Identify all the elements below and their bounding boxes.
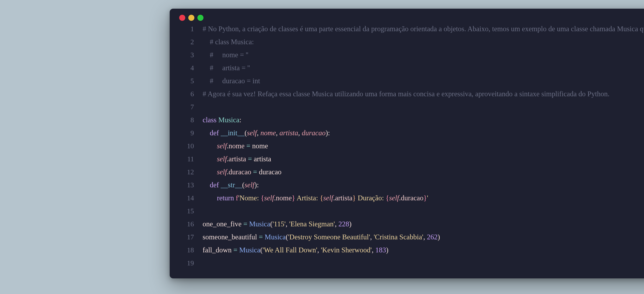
comma: ,: [317, 246, 321, 254]
comma: ,: [257, 129, 260, 137]
indent: [202, 142, 217, 150]
param-self: self: [247, 129, 257, 137]
line-number: 7: [179, 103, 202, 111]
brace-open: {: [320, 194, 323, 202]
maximize-icon[interactable]: [198, 15, 204, 21]
string-quote: ': [427, 194, 428, 202]
code-line: 16 one_one_five = Musica('115', 'Elena S…: [179, 220, 644, 233]
code-line: 9 def __init__(self, nome, artista, dura…: [179, 129, 644, 142]
comma: ,: [424, 233, 427, 241]
brace-close: }: [352, 194, 356, 202]
ident-nome: nome: [252, 142, 268, 150]
number-literal: 228: [338, 220, 349, 228]
lparen: (: [260, 246, 263, 254]
string-literal: '115': [272, 220, 286, 228]
close-icon[interactable]: [179, 15, 185, 21]
comma: ,: [335, 220, 338, 228]
window-titlebar: [179, 15, 644, 21]
colon: :: [240, 116, 242, 124]
code-line: 5 # duracao = int: [179, 77, 644, 90]
indent: [202, 129, 210, 137]
param-self: self: [244, 181, 254, 189]
equals: =: [244, 142, 252, 150]
line-number: 6: [179, 90, 202, 98]
lparen: (: [244, 129, 247, 137]
dot: .: [274, 194, 276, 202]
line-number: 8: [179, 116, 202, 124]
code-line: 6 # Agora é sua vez! Refaça essa classe …: [179, 90, 644, 103]
class-name: Musica: [218, 116, 239, 124]
code-line: 3 # nome = '': [179, 51, 644, 64]
indent: [202, 181, 210, 189]
equals: =: [246, 155, 254, 163]
self: self: [217, 142, 227, 150]
var-one-one-five: one_one_five: [202, 220, 242, 228]
dot: .: [227, 168, 228, 176]
code-line: 11 self.artista = artista: [179, 155, 644, 168]
code-line: 17 someone_beautiful = Musica('Destroy S…: [179, 233, 644, 246]
fn-musica: Musica: [264, 233, 286, 241]
rparen: ): [349, 220, 352, 228]
string-literal: 'Elena Siegman': [289, 220, 335, 228]
attr-nome: nome: [276, 194, 292, 202]
line-number: 17: [179, 233, 202, 241]
code-line: 19: [179, 259, 644, 272]
code-line: 13 def __str__(self):: [179, 181, 644, 194]
self: self: [323, 194, 333, 202]
self: self: [389, 194, 399, 202]
rparen: ): [254, 181, 257, 189]
param-artista: artista: [280, 129, 298, 137]
dot: .: [227, 155, 228, 163]
line-number: 12: [179, 168, 202, 176]
number-literal: 183: [375, 246, 386, 254]
string-seg: Nome:: [240, 194, 261, 202]
line-number: 4: [179, 64, 202, 72]
attr-duracao: duracao: [401, 194, 424, 202]
self: self: [264, 194, 274, 202]
f-prefix: f: [234, 194, 238, 202]
attr-duracao: duracao: [228, 168, 251, 176]
string-literal: 'Cristina Scabbia': [374, 233, 423, 241]
fn-musica: Musica: [249, 220, 270, 228]
var-fall-down: fall_down: [202, 246, 232, 254]
code-editor[interactable]: 1 # No Python, a criação de classes é um…: [179, 25, 644, 272]
attr-artista: artista: [335, 194, 352, 202]
minimize-icon[interactable]: [188, 15, 194, 21]
attr-artista: artista: [228, 155, 246, 163]
colon: :: [257, 181, 259, 189]
ident-duracao: duracao: [259, 168, 282, 176]
line-number: 14: [179, 194, 202, 202]
indent: [202, 168, 217, 176]
self: self: [217, 168, 227, 176]
var-someone-beautiful: someone_beautiful: [202, 233, 257, 241]
code-line: 18 fall_down = Musica('We All Fall Down'…: [179, 246, 644, 259]
comment: # artista = '': [202, 64, 250, 72]
string-literal: 'Kevin Sherwood': [321, 246, 372, 254]
comment: # class Musica:: [202, 38, 254, 46]
indent: [202, 194, 217, 202]
string-seg: Duração:: [356, 194, 386, 202]
brace-close: }: [424, 194, 427, 202]
line-number: 9: [179, 129, 202, 137]
line-number: 11: [179, 155, 202, 163]
self: self: [217, 155, 227, 163]
attr-nome: nome: [228, 142, 244, 150]
line-number: 1: [179, 25, 202, 33]
param-nome: nome: [260, 129, 276, 137]
line-number: 19: [179, 259, 202, 267]
comment: # Agora é sua vez! Refaça essa classe Mu…: [202, 90, 610, 98]
brace-close: }: [292, 194, 295, 202]
keyword-return: return: [217, 194, 234, 202]
line-number: 2: [179, 38, 202, 46]
colon: :: [328, 129, 330, 137]
comma: ,: [370, 233, 374, 241]
equals: =: [251, 168, 259, 176]
comma: ,: [286, 220, 289, 228]
string-literal: 'Destroy Someone Beautiful': [288, 233, 370, 241]
code-line: 7: [179, 103, 644, 116]
string-seg: Artista:: [295, 194, 320, 202]
code-line: 8 class Musica:: [179, 116, 644, 129]
rparen: ): [326, 129, 328, 137]
line-number: 3: [179, 51, 202, 59]
line-number: 5: [179, 77, 202, 85]
